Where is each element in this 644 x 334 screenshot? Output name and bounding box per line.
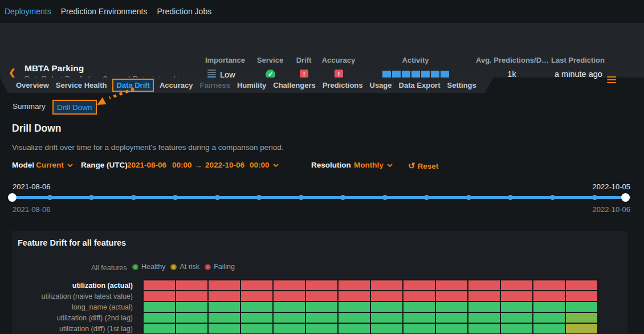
- deployment-title: MBTA Parking: [25, 63, 84, 74]
- tab-settings[interactable]: Settings: [447, 81, 476, 89]
- range-start-time[interactable]: 00:00: [172, 161, 192, 169]
- heatmap-cell-healthy: [274, 313, 305, 323]
- tab-data-export[interactable]: Data Export: [399, 81, 441, 89]
- chevron-down-icon: [273, 164, 279, 167]
- legend-prefix: All features: [91, 264, 127, 272]
- heatmap-cell-healthy: [339, 302, 370, 312]
- heatmap-cell-failing: [274, 280, 305, 290]
- resolution-select[interactable]: Monthly: [354, 161, 393, 169]
- annotation-arrow: [85, 84, 148, 110]
- heatmap-cell-healthy: [241, 302, 272, 312]
- tab-humility[interactable]: Humility: [237, 81, 266, 89]
- tab-overview[interactable]: Overview: [16, 81, 49, 89]
- card-title: Feature Drift for all features: [18, 238, 126, 247]
- last-prediction-label: Last Prediction: [551, 56, 605, 64]
- heatmap-cell-failing: [371, 280, 402, 290]
- range-end-time[interactable]: 00:00: [250, 161, 279, 169]
- subtab-summary[interactable]: Summary: [13, 102, 46, 111]
- legend: HealthyAt riskFailing: [132, 263, 235, 271]
- chevron-down-icon: [67, 164, 73, 167]
- legend-text: At risk: [180, 263, 199, 271]
- deployment-header: ❮ MBTA Parking DataRobot Prediction Serv…: [0, 23, 644, 78]
- alert-square-icon: !: [300, 70, 308, 78]
- slider-tick-dot: [299, 195, 304, 200]
- heatmap-cell-failing: [176, 291, 207, 301]
- heatmap-cell-healthy: [144, 324, 175, 333]
- heatmap-cell-healthy: [501, 313, 532, 323]
- heatmap-cell-failing: [468, 280, 500, 290]
- heatmap-cell-failing: [144, 280, 175, 290]
- heatmap-cell-healthy: [468, 313, 500, 323]
- heatmap-cell-healthy: [306, 313, 337, 323]
- tab-usage[interactable]: Usage: [370, 81, 392, 89]
- heatmap-cell-healthy: [274, 324, 305, 333]
- heatmap-cell-failing: [501, 280, 532, 290]
- heatmap-cell-healthy: [371, 313, 402, 323]
- slider-tick-dot: [508, 195, 513, 200]
- heatmap-cell-healthy: [176, 302, 207, 312]
- heatmap-row-label: utilization (naive latest value): [12, 291, 142, 302]
- heatmap-cell-failing: [533, 291, 565, 301]
- legend-item-healthy: Healthy: [132, 263, 165, 271]
- slider-track[interactable]: [13, 196, 630, 199]
- heatmap-grid: [142, 279, 598, 334]
- heatmap-cell-failing: [436, 291, 467, 301]
- heatmap-cell-failing: [339, 291, 370, 301]
- heatmap-cell-healthy: [501, 302, 532, 312]
- heatmap-cell-failing: [274, 291, 305, 301]
- heatmap-cell-failing: [468, 291, 500, 301]
- heatmap-cell-healthy: [533, 302, 565, 312]
- heatmap-cell-failing: [566, 280, 597, 290]
- heatmap-cell-failing: [533, 280, 565, 290]
- heatmap-cell-healthy: [436, 313, 467, 323]
- top-nav-prediction-environments[interactable]: Prediction Environments: [61, 7, 148, 16]
- slider-tick-dot: [550, 195, 555, 200]
- back-chevron-icon[interactable]: ❮: [9, 67, 16, 78]
- heatmap-cell-failing: [176, 280, 207, 290]
- heatmap-cell-healthy: [306, 302, 337, 312]
- heatmap-row-label: utilization (diff) (1st lag): [12, 324, 142, 334]
- heatmap-cell-failing: [371, 291, 402, 301]
- range-start-date[interactable]: 2021-08-06: [127, 161, 166, 169]
- heatmap-cell-healthy: [403, 313, 435, 323]
- legend-item-at-risk: At risk: [170, 263, 199, 271]
- avg-predictions-label: Avg. Predictions/D…: [476, 56, 549, 64]
- heatmap-cell-healthy: [274, 302, 305, 312]
- top-nav: DeploymentsPrediction EnvironmentsPredic…: [0, 0, 644, 23]
- drift-label: Drift: [290, 56, 318, 64]
- top-nav-deployments[interactable]: Deployments: [5, 7, 51, 16]
- slider-tick-dot: [382, 195, 388, 200]
- slider-handle-left[interactable]: [8, 193, 17, 202]
- heatmap-cell-failing: [501, 291, 532, 301]
- reset-icon: ↺: [408, 161, 415, 170]
- tab-predictions[interactable]: Predictions: [323, 81, 363, 89]
- tab-challengers[interactable]: Challengers: [273, 81, 315, 89]
- range-arrow-icon: →: [194, 161, 202, 170]
- slider-tick-dot: [47, 195, 52, 200]
- slider-tick-dot: [256, 195, 262, 200]
- heatmap-cell-healthy: [436, 302, 467, 312]
- tab-accuracy[interactable]: Accuracy: [160, 81, 193, 89]
- slider-tick-dot: [131, 195, 136, 200]
- model-select[interactable]: Current: [36, 161, 73, 169]
- heatmap-cell-healthy: [306, 324, 337, 333]
- heatmap-cell-failing: [306, 280, 337, 290]
- activity-label: Activity: [381, 56, 450, 64]
- tab-fairness[interactable]: Fairness: [200, 81, 230, 89]
- top-nav-prediction-jobs[interactable]: Prediction Jobs: [157, 7, 211, 16]
- reset-button[interactable]: ↺Reset: [408, 161, 438, 171]
- heatmap-cell-at_risk: [566, 324, 597, 333]
- heatmap-cell-at_risk_mild: [566, 313, 597, 323]
- heatmap-cell-healthy: [501, 324, 532, 333]
- legend-text: Healthy: [141, 263, 165, 271]
- slider-handle-right[interactable]: [621, 193, 630, 202]
- range-end-date[interactable]: 2022-10-06: [205, 161, 244, 169]
- heatmap-cell-healthy: [176, 324, 207, 333]
- resolution-label: Resolution: [311, 161, 351, 169]
- heatmap-cell-failing: [436, 280, 467, 290]
- accuracy-status: !: [335, 70, 343, 78]
- heatmap-cell-failing: [209, 291, 240, 301]
- heatmap-row-label: utilization (diff) (2nd lag): [12, 313, 142, 324]
- heatmap-cell-healthy: [144, 313, 175, 323]
- heatmap-cell-healthy: [403, 324, 435, 333]
